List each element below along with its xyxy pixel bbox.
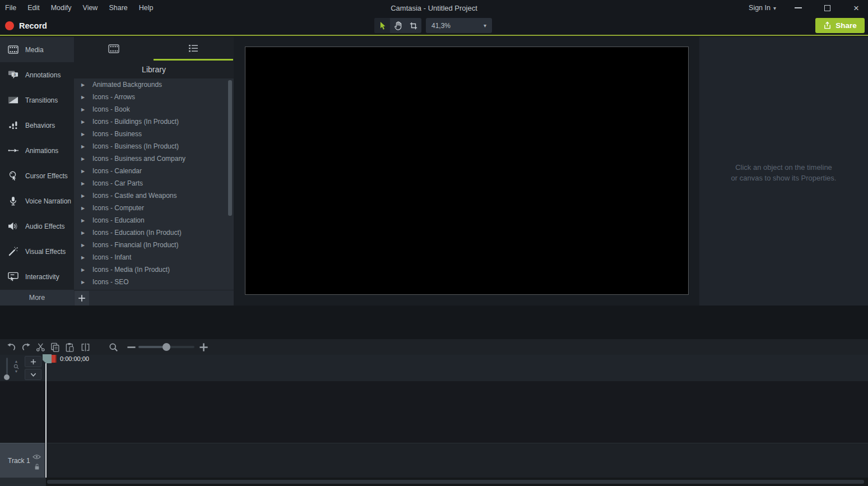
track-row-track-1: Track 1 — [0, 443, 868, 478]
disclosure-arrow-icon[interactable]: ▶ — [81, 181, 86, 186]
menu-modify[interactable]: Modify — [45, 4, 77, 12]
disclosure-arrow-icon[interactable]: ▶ — [81, 193, 86, 198]
disclosure-arrow-icon[interactable]: ▶ — [81, 107, 86, 112]
close-button[interactable]: × — [849, 2, 864, 14]
sidebar-item-label: Annotations — [25, 71, 61, 79]
lock-icon[interactable] — [34, 462, 40, 473]
share-button[interactable]: Share — [815, 18, 865, 33]
redo-button[interactable] — [19, 340, 33, 354]
menu-view[interactable]: View — [77, 4, 104, 12]
library-folder-icons-buildings-in-product[interactable]: ▶Icons - Buildings (In Product) — [74, 115, 234, 128]
library-folder-icons-seo[interactable]: ▶Icons - SEO — [74, 276, 234, 288]
cursor-arrow-icon — [379, 21, 386, 30]
caret-down-icon: ▾ — [773, 5, 776, 11]
tab-library[interactable] — [154, 37, 233, 61]
library-folder-icons-arrows[interactable]: ▶Icons - Arrows — [74, 91, 234, 103]
disclosure-arrow-icon[interactable]: ▶ — [81, 119, 86, 124]
sidebar-item-voice-narration[interactable]: Voice Narration — [0, 188, 74, 214]
disclosure-arrow-icon[interactable]: ▶ — [81, 169, 86, 174]
video-canvas[interactable] — [245, 47, 689, 295]
playhead-line[interactable] — [45, 363, 47, 478]
timeline-hscrollbar-area — [0, 478, 868, 486]
library-folder-label: Icons - Education (In Product) — [92, 229, 182, 237]
library-folder-icons-calendar[interactable]: ▶Icons - Calendar — [74, 165, 234, 177]
interactivity-icon — [7, 272, 19, 281]
timeline-zoom-slider-handle[interactable] — [163, 343, 170, 351]
library-scrollbar[interactable] — [228, 80, 232, 216]
menu-help[interactable]: Help — [133, 4, 159, 12]
canvas-zoom-dropdown[interactable]: 41,3% ▾ — [426, 18, 492, 33]
timeline-hscrollbar[interactable] — [47, 480, 864, 484]
sidebar-item-annotations[interactable]: aAnnotations — [0, 62, 74, 87]
disclosure-arrow-icon[interactable]: ▶ — [81, 255, 86, 260]
record-button[interactable]: Record — [5, 17, 47, 34]
eye-icon[interactable] — [33, 452, 41, 462]
plus-icon — [199, 342, 208, 352]
timeline-zoom-out-button[interactable] — [124, 340, 138, 354]
caret-down-icon: ▾ — [484, 22, 486, 29]
timeline-zoom-in-button[interactable] — [197, 340, 210, 354]
minimize-button[interactable] — [791, 2, 805, 14]
disclosure-arrow-icon[interactable]: ▶ — [81, 132, 86, 137]
disclosure-arrow-icon[interactable]: ▶ — [81, 95, 86, 100]
sidebar-item-behaviors[interactable]: Behaviors — [0, 113, 74, 138]
library-folder-icons-education-in-product[interactable]: ▶Icons - Education (In Product) — [74, 226, 234, 239]
disclosure-arrow-icon[interactable]: ▶ — [81, 144, 86, 149]
disclosure-arrow-icon[interactable]: ▶ — [81, 206, 86, 211]
library-folder-icons-castle-and-weapons[interactable]: ▶Icons - Castle and Weapons — [74, 189, 234, 202]
library-folder-label: Icons - Business — [92, 130, 142, 138]
library-folder-icons-car-parts[interactable]: ▶Icons - Car Parts — [74, 177, 234, 189]
paste-button[interactable] — [63, 340, 76, 354]
library-folder-icons-computer[interactable]: ▶Icons - Computer — [74, 202, 234, 214]
sidebar-item-transitions[interactable]: Transitions — [0, 87, 74, 113]
maximize-button[interactable] — [820, 2, 834, 14]
library-folder-icons-media-in-product[interactable]: ▶Icons - Media (In Product) — [74, 263, 234, 276]
disclosure-arrow-icon[interactable]: ▶ — [81, 230, 86, 235]
library-folder-icons-education[interactable]: ▶Icons - Education — [74, 214, 234, 226]
library-folder-icons-infant[interactable]: ▶Icons - Infant — [74, 251, 234, 263]
copy-button[interactable] — [48, 340, 62, 354]
cut-button[interactable] — [34, 340, 47, 354]
tab-media-bin[interactable] — [74, 37, 154, 61]
disclosure-arrow-icon[interactable]: ▶ — [81, 267, 86, 272]
playhead-out-marker[interactable] — [52, 355, 57, 363]
sign-in-button[interactable]: Sign In ▾ — [749, 4, 776, 12]
library-folder-animated-backgrounds[interactable]: ▶Animated Backgrounds — [74, 78, 234, 91]
select-tool-button[interactable] — [374, 18, 390, 33]
sidebar-item-cursor-effects[interactable]: Cursor Effects — [0, 163, 74, 188]
library-add-button[interactable] — [75, 291, 89, 306]
sidebar-item-animations[interactable]: Animations — [0, 138, 74, 163]
sidebar-item-interactivity[interactable]: Interactivity — [0, 264, 74, 289]
library-folder-icons-business-in-product[interactable]: ▶Icons - Business (In Product) — [74, 140, 234, 152]
library-folder-label: Icons - Buildings (In Product) — [92, 118, 179, 126]
sidebar-item-audio-effects[interactable]: Audio Effects — [0, 214, 74, 239]
sidebar-item-visual-effects[interactable]: Visual Effects — [0, 239, 74, 264]
pan-tool-button[interactable] — [390, 18, 406, 33]
disclosure-arrow-icon[interactable]: ▶ — [81, 218, 86, 223]
minus-icon — [127, 342, 136, 352]
track-height-slider-handle[interactable] — [4, 374, 10, 380]
menu-edit[interactable]: Edit — [22, 4, 45, 12]
undo-button[interactable] — [4, 340, 18, 354]
disclosure-arrow-icon[interactable]: ▶ — [81, 280, 86, 285]
disclosure-arrow-icon[interactable]: ▶ — [81, 243, 86, 248]
disclosure-arrow-icon[interactable]: ▶ — [81, 82, 86, 87]
library-title: Library — [74, 61, 234, 78]
library-folder-icons-business-and-company[interactable]: ▶Icons - Business and Company — [74, 152, 234, 165]
library-folder-icons-business[interactable]: ▶Icons - Business — [74, 128, 234, 140]
menu-file[interactable]: File — [0, 4, 22, 12]
timeline-zoom-button[interactable] — [106, 340, 120, 354]
sidebar-item-media[interactable]: Media — [0, 37, 74, 62]
sidebar-more-button[interactable]: More — [0, 290, 74, 306]
library-folder-icons-book[interactable]: ▶Icons - Book — [74, 103, 234, 115]
track-content[interactable] — [47, 443, 868, 478]
library-folder-icons-financial-in-product[interactable]: ▶Icons - Financial (In Product) — [74, 239, 234, 251]
collapse-tracks-button[interactable] — [25, 369, 41, 380]
track-zoom-control[interactable]: ▲ ▼ — [12, 359, 20, 379]
split-button[interactable] — [78, 340, 92, 354]
crop-tool-button[interactable] — [406, 18, 421, 33]
track-header-track-1[interactable]: Track 1 — [0, 443, 45, 478]
add-track-button[interactable] — [25, 356, 41, 367]
menu-share[interactable]: Share — [103, 4, 133, 12]
disclosure-arrow-icon[interactable]: ▶ — [81, 156, 86, 161]
